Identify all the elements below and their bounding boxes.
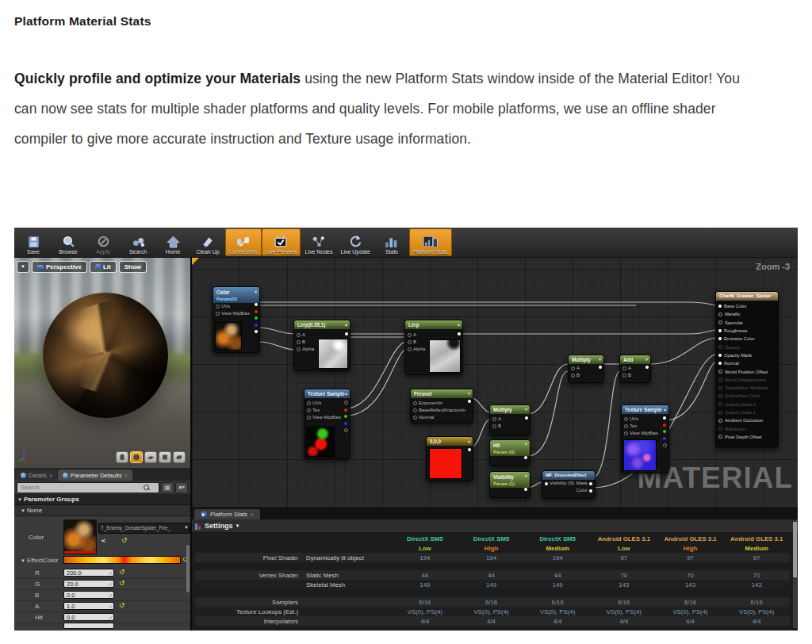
toolbar-button-search[interactable]: Search [121,228,155,256]
group-none[interactable]: ▼None [14,505,190,516]
collapse-icon[interactable]: ▼ [524,405,528,414]
pin-dot[interactable] [718,337,722,340]
output-pin-custom-data-0[interactable]: Custom Data 0 [716,401,778,408]
node-texture-sample-2[interactable]: Texture Sample▲ UVs Tex View MipBias [621,404,669,473]
tab-platform-stats[interactable]: Platform Stats × [194,509,260,519]
value-field-a[interactable]: 1.0↕ [63,602,114,610]
tab-details[interactable]: Details× [16,470,57,481]
pin-dot[interactable] [718,402,722,406]
value-field-r[interactable]: 200.0↕ [63,569,114,577]
close-icon[interactable]: × [251,512,254,517]
reset-icon[interactable]: ↺ [121,537,128,544]
pin-dot[interactable] [718,427,722,431]
node-multiply-mid[interactable]: Multiply▼ A B [489,404,530,436]
toolbar-button-stats[interactable]: Stats [374,228,409,256]
toolbar-button-live-update[interactable]: Live Update [337,228,374,256]
value-field-g[interactable]: 20.0↕ [63,580,114,588]
preview-shape-cube-button[interactable] [159,451,171,463]
close-icon[interactable]: × [124,473,128,478]
lit-button[interactable]: Lit [90,261,117,273]
details-scrollbar[interactable] [186,545,190,592]
texture-asset-dropdown[interactable]: T_Enemy_GreaterSpider_Fire_▼ [98,523,190,534]
value-field-hit[interactable]: 0.0↕ [63,613,114,621]
node-fresnel[interactable]: Fresnel▼ ExponentIn BaseReflectFractionI… [410,389,473,424]
node-texture-sample-1[interactable]: Texture Sample▲ UVs Tex View MipBias [304,389,350,459]
preview-shape-mesh-button[interactable] [173,451,186,463]
pin-dot[interactable] [718,386,722,390]
output-pin-tessellation-multiplier[interactable]: Tessellation Multiplier [716,384,778,392]
browse-asset-icon[interactable] [111,538,117,543]
output-pin-refraction[interactable]: Refraction [716,424,778,432]
collapse-icon[interactable]: ▼ [467,389,471,398]
output-pin-base-color[interactable]: Base Color [716,302,778,310]
node-lerp-1[interactable]: Lerp(0.35,1)▲ A B Alpha [293,320,350,371]
pin-dot[interactable] [718,435,722,439]
node-mf-dissolve-effect[interactable]: MF_DissolveEffect Visibility (S) Mask Co… [542,470,596,499]
collapse-icon[interactable]: ▲ [344,320,348,329]
output-pin-roughness[interactable]: Roughness [716,327,778,335]
value-field-partial[interactable] [63,623,114,629]
tab-parameter-defaults[interactable]: Parameter Defaults× [58,470,132,481]
output-pin-subsurface-color[interactable]: Subsurface Color [716,392,778,400]
pin-dot[interactable] [718,312,722,316]
collapse-icon[interactable]: ▼ [598,355,602,364]
toolbar-button-live-preview[interactable]: Live Preview [262,228,301,256]
pin-dot[interactable] [718,362,722,365]
pin-dot[interactable] [718,370,722,374]
toolbar-button-clean-up[interactable]: Clean Up [190,228,225,256]
reset-icon[interactable]: ↺ [119,569,125,576]
perspective-button[interactable]: Perspective [32,261,87,273]
value-spinner-icon[interactable]: ↕ [107,581,113,587]
node-hit-param[interactable]: HitParam (0)▼ [489,439,530,466]
stats-scrollbar[interactable] [793,520,797,628]
value-field-b[interactable]: 0.0↕ [63,591,114,599]
output-pin-opacity[interactable]: Opacity [716,343,778,351]
collapse-icon[interactable]: ▼ [645,355,649,364]
pin-dot[interactable] [718,378,722,381]
reset-icon[interactable]: ↺ [119,602,125,609]
show-button[interactable]: Show [119,261,147,273]
collapse-icon[interactable]: ▼ [524,472,528,481]
node-lerp-2[interactable]: Lerp▲ A B Alpha [404,320,463,375]
preview-shape-sphere-button[interactable] [130,451,143,463]
collapse-icon[interactable]: ▲ [663,405,667,414]
output-pin-ambient-occlusion[interactable]: Ambient Occlusion [716,416,778,424]
eye-filter-icon[interactable]: ◉▾ [175,482,188,493]
texture-thumbnail[interactable] [63,519,97,554]
output-pin-metallic[interactable]: Metallic [716,310,778,318]
node-visibility-param[interactable]: VisibilityParam (1)▼ [489,471,530,498]
value-spinner-icon[interactable]: ↕ [107,592,113,598]
preview-viewport[interactable]: ▼ Perspective Lit Show [14,258,190,468]
toolbar-button-platform-stats[interactable]: Platform Stats [409,228,452,256]
settings-button[interactable]: Settings ▼ [192,519,798,533]
material-node-graph[interactable]: Zoom -3 MATERIAL ColorParam2D▲ [192,258,798,508]
pin-dot[interactable] [718,411,722,415]
pin-dot[interactable] [718,305,722,308]
value-spinner-icon[interactable]: ↕ [107,603,113,609]
output-pin-world-displacement[interactable]: World Displacement [716,376,778,384]
preview-shape-cylinder-button[interactable] [116,451,128,463]
output-pin-world-position-offset[interactable]: World Position Offset [716,367,778,375]
output-pin-specular[interactable]: Specular [716,319,778,327]
node-multiply-top[interactable]: Multiply▼ A B [568,355,604,383]
search-input[interactable] [17,482,159,493]
output-pin-normal[interactable]: Normal [716,359,778,367]
pin-dot[interactable] [718,345,722,349]
preview-shape-plane-button[interactable] [144,451,157,463]
toolbar-button-save[interactable]: Save [16,228,51,256]
toolbar-button-apply[interactable]: Apply [86,228,121,256]
value-spinner-icon[interactable]: ↕ [107,569,113,576]
parameter-groups-header[interactable]: ▼Parameter Groups [14,494,190,505]
collapse-icon[interactable]: ▲ [467,437,471,446]
node-material-output[interactable]: CharM_Greater_Spider Base ColorMetallicS… [715,291,779,448]
node-constant-color[interactable]: 0,0,0▲ [426,436,473,481]
node-color-param2d[interactable]: ColorParam2D▲ UVs View MipBias [213,286,260,353]
collapse-icon[interactable]: ▲ [457,320,461,329]
close-icon[interactable]: × [49,473,52,478]
pin-dot[interactable] [718,394,722,398]
collapse-icon[interactable]: ▲ [254,287,258,296]
output-pin-pixel-depth-offset[interactable]: Pixel Depth Offset [716,433,778,441]
output-pin-custom-data-1[interactable]: Custom Data 1 [716,408,778,416]
effect-color-gradient[interactable] [63,556,181,564]
toolbar-button-home[interactable]: Home [155,228,190,256]
